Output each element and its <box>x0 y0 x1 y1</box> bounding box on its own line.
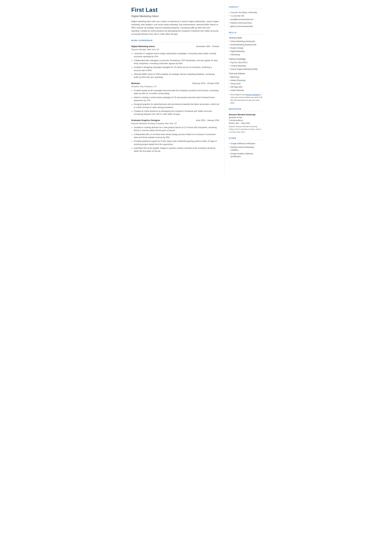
main-column: First Last Digital Marketing Intern Digi… <box>125 0 224 174</box>
bullet-3-4: Submitted 340 vector graphic images to e… <box>134 147 219 153</box>
job-dates-2: February 2019 – October 2020 <box>192 82 219 85</box>
other-header: OTHER <box>229 137 263 140</box>
job-dates-3: June 2018 – January 2019 <box>196 119 219 122</box>
bullet-2-4: Created an online presence by developing… <box>134 110 219 116</box>
job-title: Digital Marketing Intern <box>131 14 219 18</box>
header-section: First Last Digital Marketing Intern Digi… <box>131 6 219 36</box>
edu-degree: Bachelor of Arts <box>229 116 263 119</box>
skills-industry-label: Industry Knowledge: <box>229 58 263 61</box>
other-item-1: Google AdWords Certification. <box>229 142 263 145</box>
skill-technical-5: Advertising <box>229 53 263 56</box>
skill-industry-2: Content Marketing <box>229 64 263 67</box>
other-item-2: HubSpot Inbound Marketing Certified.) <box>229 146 263 151</box>
contact-linkedin: linkedin.com/in/username <box>229 21 263 24</box>
summary: Digital marketing intern with over 4 yea… <box>131 20 219 36</box>
job-title-2: Marketer <box>131 82 140 85</box>
skill-tool-5: Adobe Illustrator <box>229 89 263 92</box>
contact-list: Concord, NH (Open to Remote) +1-234-456-… <box>229 11 263 28</box>
bullet-1-4: Attracted 800K visitors to RW's website … <box>134 73 219 79</box>
edu-school: Resume Worded University <box>229 113 263 116</box>
education-header: EDUCATION <box>229 108 263 111</box>
skills-industry-list: Pay Per Click (PPC) Content Marketing Se… <box>229 61 263 70</box>
job-entry-3: Graduate Graphics Designer June 2018 – J… <box>131 119 219 153</box>
skill-tool-3: Tanner EDA <box>229 82 263 85</box>
job-dates-1: November 2020 – Present <box>196 45 219 48</box>
job-bullets-1: Launched 17 targeted search engine optim… <box>131 52 219 79</box>
job-title-1: Digital Marketing Intern <box>131 45 155 48</box>
job-entry-2: Marketer February 2019 – October 2020 Gr… <box>131 82 219 116</box>
skill-tool-1: MailChimp <box>229 76 263 78</box>
bullet-2-3: Designed graphics for advertisements and… <box>134 103 219 109</box>
job-company-2: Growthsi, San Francisco, CA <box>131 85 219 88</box>
skill-technical-3: Graphic Design <box>229 47 263 49</box>
skills-header: SKILLS <box>229 31 263 35</box>
job-header-2: Marketer February 2019 – October 2020 <box>131 82 219 85</box>
skill-industry-3: Search Engine Marketing (SEM) <box>229 68 263 70</box>
bullet-3-2: Collaborated with a 5-member team whose … <box>134 133 219 139</box>
contact-github: github.com/resumeworded <box>229 25 263 28</box>
edu-awards: Awards: Resume Worded Teaching Fellow (o… <box>229 125 263 133</box>
bullet-3-3: Provided graphical support for 8 new, la… <box>134 140 219 146</box>
job-header-3: Graduate Graphics Designer June 2018 – J… <box>131 119 219 122</box>
skill-tool-2: Adobe Photoshop <box>229 79 263 82</box>
skills-technical-list: Online Marketing (Advanced) Email Market… <box>229 40 263 56</box>
resume-worded-promo: Don't forget to use Resume Worded to sca… <box>229 93 263 104</box>
job-entry-1: Digital Marketing Intern November 2020 –… <box>131 45 219 79</box>
edu-location: Boston, MA — May 2018 <box>229 122 263 125</box>
skill-technical-2: Email Marketing (Experienced) <box>229 43 263 46</box>
bullet-3-1: Assisted in creating direction for a new… <box>134 126 219 132</box>
resume-page: First Last Digital Marketing Intern Digi… <box>125 0 267 174</box>
contact-email: email@resumeworded.com <box>229 18 263 21</box>
bullet-1-1: Launched 17 targeted search engine optim… <box>134 52 219 58</box>
job-title-3: Graduate Graphics Designer <box>131 119 160 122</box>
skills-tools-label: Tools and Software: <box>229 72 263 75</box>
promo-pre-text: Don't forget to use <box>231 94 246 96</box>
bullet-1-3: Assisted in designing campaign strategie… <box>134 66 219 72</box>
candidate-name: First Last <box>131 6 219 14</box>
skills-tools-list: MailChimp Adobe Photoshop Tanner EDA Off… <box>229 76 263 92</box>
bullet-1-2: Collaborated with colleagues to promote … <box>134 59 219 65</box>
skills-technical-label: Technical Skills: <box>229 36 263 39</box>
resume-worded-link[interactable]: Resume Worded <box>246 94 259 96</box>
skill-technical-4: Digital Marketing <box>229 50 263 53</box>
contact-header: CONTACT <box>229 6 263 9</box>
work-experience-header: WORK EXPERIENCE <box>131 39 219 43</box>
bullet-2-1: Created weekly email campaigns that prom… <box>134 89 219 95</box>
skill-tool-4: Off-Page SEO <box>229 86 263 88</box>
contact-phone: +1-234-456-789 <box>229 14 263 17</box>
job-company-1: Resume Worded, New York, NY <box>131 48 219 51</box>
other-list: Google AdWords Certification. HubSpot In… <box>229 142 263 158</box>
skill-technical-1: Online Marketing (Advanced) <box>229 40 263 43</box>
education-entry: Resume Worded University Bachelor of Art… <box>229 113 263 133</box>
sidebar: CONTACT Concord, NH (Open to Remote) +1-… <box>224 0 267 174</box>
job-header-1: Digital Marketing Intern November 2020 –… <box>131 45 219 48</box>
skill-industry-1: Pay Per Click (PPC) <box>229 61 263 64</box>
contact-location: Concord, NH (Open to Remote) <box>229 11 263 14</box>
job-company-3: Resume Worded's Exciting Company, New Yo… <box>131 122 219 125</box>
job-bullets-3: Assisted in creating direction for a new… <box>131 126 219 153</box>
bullet-2-2: Aided in creating a social media campaig… <box>134 96 219 102</box>
edu-field: Communications <box>229 119 263 122</box>
job-bullets-2: Created weekly email campaigns that prom… <box>131 89 219 116</box>
other-item-3: Google Analytics Individual Qualificatio… <box>229 152 263 158</box>
